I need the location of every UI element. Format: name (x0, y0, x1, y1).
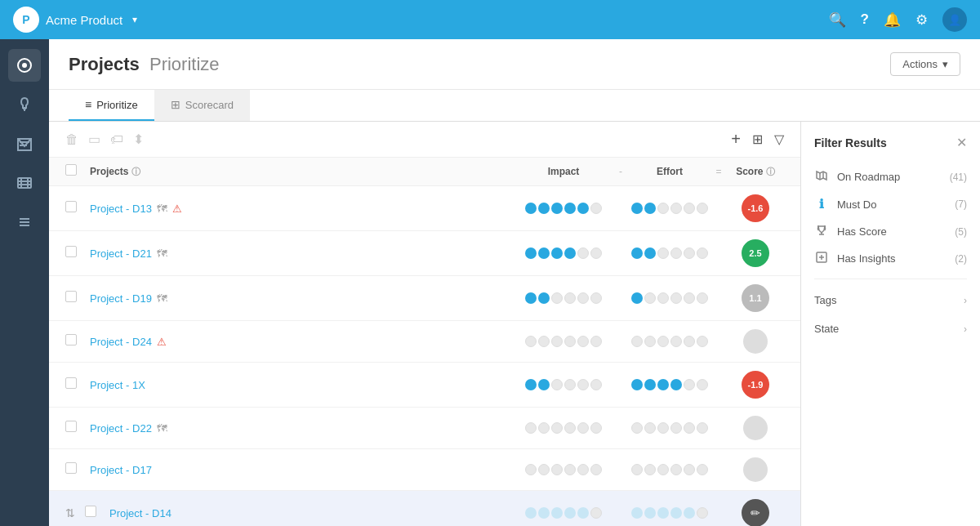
tab-prioritize[interactable]: ≡ Prioritize (69, 90, 154, 121)
table-row: Project - D13 🗺 ⚠ -1.6 (49, 186, 800, 231)
table-row: Project - D19 🗺 1.1 (49, 276, 800, 321)
actions-button[interactable]: Actions ▾ (890, 52, 960, 76)
row-checkbox[interactable] (65, 421, 77, 432)
tabs: ≡ Prioritize ⊞ Scorecard (49, 90, 980, 122)
delete-icon[interactable]: 🗑 (65, 132, 78, 147)
row-checkbox[interactable] (65, 201, 77, 212)
score-badge (727, 457, 784, 482)
table-row: Project - D21 🗺 2.5 (49, 231, 800, 276)
filter-title: Filter Results (814, 136, 887, 149)
drag-handle[interactable]: ⇅ (65, 506, 82, 519)
row-checkbox[interactable] (65, 246, 77, 257)
tab-scorecard[interactable]: ⊞ Scorecard (154, 90, 250, 121)
tag-icon[interactable]: 🏷 (110, 132, 123, 147)
project-name[interactable]: Project - D14 (109, 507, 514, 519)
impact-dots (514, 292, 612, 304)
prioritize-tab-icon: ≡ (85, 98, 91, 111)
impact-dots (514, 379, 612, 390)
row-checkbox[interactable] (85, 506, 96, 517)
table-header: Projects ⓘ Impact - Effort = Score ⓘ (49, 158, 800, 186)
map-icon: 🗺 (157, 292, 167, 305)
effort-dots (629, 336, 710, 347)
state-chevron-icon: › (964, 323, 967, 335)
edit-icon[interactable]: ✏ (742, 499, 769, 526)
grid-icon[interactable]: ⊞ (752, 132, 763, 147)
filter-header: Filter Results ✕ (814, 135, 967, 150)
sidebar-item-home[interactable] (8, 49, 41, 82)
score-badge (727, 416, 784, 440)
effort-dots (629, 422, 710, 434)
row-checkbox[interactable] (65, 377, 77, 389)
project-name[interactable]: Project - D13 🗺 ⚠ (90, 203, 514, 215)
row-checkbox[interactable] (65, 334, 77, 345)
project-name[interactable]: Project - D22 🗺 (90, 422, 514, 435)
table-row: ⇅ Project - D14 ✏ (49, 491, 800, 526)
sidebar-item-list[interactable] (8, 206, 41, 238)
header-checkbox[interactable] (65, 164, 77, 176)
effort-dots (629, 203, 710, 214)
header-name: Projects ⓘ (90, 166, 514, 178)
header-minus: - (612, 166, 629, 177)
score-badge: 1.1 (727, 284, 784, 312)
project-name[interactable]: Project - 1X (90, 379, 514, 391)
effort-dots (629, 507, 710, 519)
filter-close-button[interactable]: ✕ (956, 135, 967, 150)
header-effort: Effort (629, 166, 710, 177)
map-icon: 🗺 (157, 247, 167, 260)
header-equals: = (710, 166, 727, 177)
sort-icon[interactable]: ⬍ (133, 132, 144, 147)
effort-dots (629, 464, 710, 475)
add-icon[interactable]: + (731, 130, 741, 149)
map-icon: 🗺 (157, 203, 167, 215)
table-row: Project - D24 ⚠ (49, 321, 800, 363)
content-area: 🗑 ▭ 🏷 ⬍ + ⊞ ▽ (49, 122, 980, 526)
filter-item-must-do[interactable]: ℹ Must Do (7) (814, 190, 967, 218)
row-checkbox[interactable] (65, 462, 77, 474)
header-score: Score ⓘ (727, 166, 784, 178)
user-avatar[interactable]: 👤 (942, 7, 967, 32)
project-name[interactable]: Project - D17 (90, 464, 514, 476)
top-nav: P Acme Product ▾ 🔍 ? 🔔 ⚙ 👤 (0, 0, 980, 39)
app-logo[interactable]: P (13, 7, 39, 33)
score-badge: 2.5 (727, 239, 784, 267)
score-info-icon: ⓘ (766, 167, 775, 176)
impact-dots (514, 336, 612, 347)
list-toolbar: 🗑 ▭ 🏷 ⬍ + ⊞ ▽ (49, 122, 800, 158)
sidebar-item-roadmap[interactable] (8, 167, 41, 199)
impact-dots (514, 507, 612, 519)
alert-icon: ⚠ (172, 203, 182, 215)
filter-section-state[interactable]: State › (814, 314, 967, 343)
toolbar-left: 🗑 ▭ 🏷 ⬍ (65, 132, 144, 147)
notification-icon[interactable]: 🔔 (884, 11, 901, 29)
page-title-bold: Projects (69, 54, 140, 74)
sidebar-item-messages[interactable] (8, 127, 41, 160)
info-icon: ℹ (814, 197, 829, 212)
top-nav-left: P Acme Product ▾ (13, 7, 137, 33)
duplicate-icon[interactable]: ▭ (88, 132, 100, 147)
search-icon[interactable]: 🔍 (829, 11, 846, 29)
project-name[interactable]: Project - D21 🗺 (90, 247, 514, 260)
project-name[interactable]: Project - D24 ⚠ (90, 336, 514, 348)
filter-item-has-score[interactable]: Has Score (5) (814, 218, 967, 245)
filter-divider (814, 279, 967, 279)
filter-item-on-roadmap[interactable]: On Roadmap (41) (814, 163, 967, 190)
row-checkbox[interactable] (65, 291, 77, 302)
svg-rect-6 (18, 178, 31, 188)
trophy-icon (814, 225, 829, 238)
filter-panel: Filter Results ✕ On Roadmap (41) (800, 122, 980, 526)
app-title-chevron[interactable]: ▾ (132, 14, 137, 25)
help-icon[interactable]: ? (861, 11, 869, 28)
project-name[interactable]: Project - D19 🗺 (90, 292, 514, 305)
filter-section-tags[interactable]: Tags › (814, 286, 967, 314)
impact-dots (514, 247, 612, 259)
effort-dots (629, 247, 710, 259)
main-content: Projects Prioritize Actions ▾ ≡ Prioriti… (49, 39, 980, 526)
app-layout: Projects Prioritize Actions ▾ ≡ Prioriti… (0, 39, 980, 526)
sidebar-item-ideas[interactable] (8, 88, 41, 121)
filter-item-has-insights[interactable]: Has Insights (2) (814, 245, 967, 272)
alert-icon: ⚠ (157, 336, 167, 348)
filter-icon[interactable]: ▽ (774, 132, 784, 147)
table-row: Project - 1X -1.9 (49, 363, 800, 408)
settings-icon[interactable]: ⚙ (915, 11, 928, 29)
scorecard-tab-icon: ⊞ (171, 98, 180, 111)
